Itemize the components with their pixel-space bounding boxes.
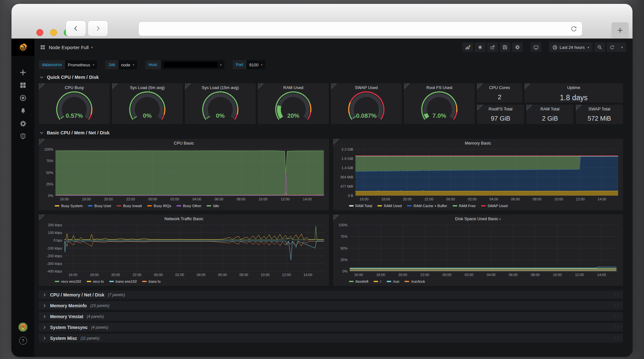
- panel-info-icon[interactable]: i: [112, 83, 118, 90]
- variable-port-select[interactable]: 9100 ▾: [246, 60, 265, 69]
- panel-info-icon[interactable]: i: [39, 83, 45, 90]
- add-panel-button[interactable]: [462, 42, 473, 52]
- legend-item[interactable]: /run/lock: [405, 280, 425, 283]
- sidebar-item-dashboards[interactable]: [16, 79, 30, 92]
- legend-item[interactable]: Busy User: [88, 204, 111, 208]
- panel-title[interactable]: CPU Cores: [477, 83, 522, 91]
- disk-space-plot[interactable]: 16:0018:0020:0022:0000:0002:0004:0006:00…: [334, 222, 622, 278]
- cycle-view-mode-button[interactable]: [531, 42, 541, 52]
- drag-handle-icon[interactable]: ⋮⋮: [613, 293, 619, 297]
- panel-title[interactable]: SWAP Total: [576, 105, 623, 113]
- panel-info-icon[interactable]: i: [333, 139, 340, 145]
- refresh-interval-dropdown[interactable]: ▾: [618, 42, 626, 52]
- row-header-quick[interactable]: Quick CPU / Mem / Disk: [40, 73, 623, 81]
- legend-item[interactable]: /boot/efi: [349, 280, 369, 283]
- reload-button[interactable]: [569, 24, 578, 33]
- network-traffic-plot[interactable]: 16:0018:0020:0022:0000:0002:0004:0006:00…: [40, 222, 328, 278]
- legend-item[interactable]: RAM Free: [453, 204, 476, 208]
- drag-handle-icon[interactable]: ⋮⋮: [613, 325, 619, 329]
- drag-handle-icon[interactable]: ⋮⋮: [613, 303, 619, 308]
- svg-text:100%: 100%: [338, 223, 347, 227]
- sidebar-item-create[interactable]: [16, 66, 30, 79]
- browser-back-button[interactable]: [66, 20, 86, 36]
- legend-item[interactable]: Busy System: [55, 204, 83, 208]
- panel-title[interactable]: Memory Basic: [333, 139, 623, 147]
- legend-item[interactable]: Busy Iowait: [117, 204, 142, 208]
- row-cpu-memory-net-disk[interactable]: CPU / Memory / Net / Disk (7 panels) ⋮⋮: [39, 290, 623, 299]
- panel-info-icon[interactable]: i: [576, 105, 582, 111]
- time-range-picker[interactable]: Last 24 hours ▾: [549, 42, 593, 52]
- variable-datasource-select[interactable]: Prometheus ▾: [65, 60, 97, 69]
- variable-job-select[interactable]: node ▾: [118, 60, 137, 69]
- panel-title[interactable]: SWAP Used: [331, 83, 402, 91]
- legend-item[interactable]: trans lo: [142, 280, 161, 283]
- svg-text:18:00: 18:00: [90, 273, 99, 277]
- svg-text:12:00: 12:00: [281, 197, 290, 201]
- panel-title[interactable]: Network Traffic Basic: [39, 214, 329, 222]
- legend-item[interactable]: recv lo: [87, 280, 104, 283]
- panel-info-icon[interactable]: i: [477, 83, 483, 90]
- panel-info-icon[interactable]: i: [477, 105, 483, 111]
- legend-item[interactable]: Busy IRQs: [147, 204, 171, 208]
- panel-title[interactable]: RAM Total: [526, 105, 574, 113]
- close-button[interactable]: [36, 29, 43, 36]
- address-bar[interactable]: [138, 21, 582, 36]
- panel-title[interactable]: Root FS Used: [404, 83, 475, 91]
- legend-item[interactable]: SWAP Used: [481, 204, 508, 208]
- legend-item[interactable]: Busy Other: [177, 204, 201, 208]
- panel-info-icon[interactable]: i: [404, 83, 410, 90]
- panel-title[interactable]: Uptime: [524, 83, 623, 91]
- refresh-button[interactable]: [607, 42, 618, 52]
- minimize-button[interactable]: [50, 29, 57, 36]
- grafana-logo[interactable]: [11, 39, 34, 56]
- row-header-basic[interactable]: Basic CPU / Mem / Net / Disk: [40, 129, 623, 137]
- drag-handle-icon[interactable]: ⋮⋮: [613, 336, 619, 340]
- dashboard-settings-button[interactable]: [512, 42, 523, 52]
- panel-info-icon[interactable]: i: [333, 214, 340, 221]
- panel-title[interactable]: Disk Space Used Basic ▾: [333, 214, 623, 222]
- row-system-misc[interactable]: System Misc (11 panels) ⋮⋮: [39, 334, 623, 342]
- user-avatar[interactable]: [18, 323, 27, 332]
- variable-host-select[interactable]: ▾: [161, 60, 224, 69]
- panel-info-icon[interactable]: i: [39, 214, 45, 221]
- legend-item[interactable]: RAM Total: [349, 204, 372, 208]
- sidebar-item-configuration[interactable]: [16, 117, 30, 130]
- zoom-out-time-button[interactable]: [594, 42, 605, 52]
- panel-info-icon[interactable]: i: [524, 83, 531, 90]
- legend-item[interactable]: RAM Used: [377, 204, 402, 208]
- panel-info-icon[interactable]: i: [185, 83, 191, 90]
- dashboard-title[interactable]: Node Exporter Full: [49, 45, 89, 50]
- panel-title[interactable]: RootFS Total: [477, 105, 524, 113]
- sidebar-item-server-admin[interactable]: [16, 130, 30, 143]
- share-button[interactable]: [487, 42, 498, 52]
- new-tab-button[interactable]: +: [611, 22, 629, 38]
- star-button[interactable]: [475, 42, 486, 52]
- panel-title[interactable]: CPU Busy: [39, 83, 110, 91]
- legend-item[interactable]: /run: [387, 280, 399, 283]
- legend-item[interactable]: Idle: [207, 204, 219, 208]
- help-button[interactable]: ?: [19, 337, 27, 345]
- drag-handle-icon[interactable]: ⋮⋮: [613, 314, 619, 318]
- memory-basic-plot[interactable]: 16:0018:0020:0022:0000:0002:0004:0006:00…: [334, 147, 622, 202]
- sidebar-item-alerting[interactable]: [16, 104, 30, 117]
- legend-item[interactable]: RAM Cache + Buffer: [407, 204, 447, 208]
- row-memory-meminfo[interactable]: Memory Meminfo (15 panels) ⋮⋮: [39, 301, 623, 310]
- panel-title[interactable]: CPU Basic: [39, 139, 329, 147]
- legend-item[interactable]: /: [374, 280, 381, 283]
- row-memory-vmstat[interactable]: Memory Vmstat (4 panels) ⋮⋮: [39, 312, 623, 321]
- svg-text:0.57%: 0.57%: [66, 112, 83, 119]
- panel-info-icon[interactable]: i: [258, 83, 264, 90]
- row-system-timesync[interactable]: System Timesync (4 panels) ⋮⋮: [39, 323, 623, 332]
- legend-item[interactable]: recv ens192: [55, 280, 81, 283]
- panel-info-icon[interactable]: i: [526, 105, 533, 111]
- panel-info-icon[interactable]: i: [39, 139, 45, 145]
- panel-title[interactable]: Sys Load (5m avg): [112, 83, 183, 91]
- panel-title[interactable]: Sys Load (15m avg): [185, 83, 256, 91]
- panel-title[interactable]: RAM Used: [258, 83, 329, 91]
- panel-info-icon[interactable]: i: [331, 83, 337, 90]
- legend-item[interactable]: trans ens192: [109, 280, 137, 283]
- cpu-basic-plot[interactable]: 16:0018:0020:0022:0000:0002:0004:0006:00…: [40, 147, 328, 202]
- browser-forward-button[interactable]: [88, 20, 108, 36]
- save-button[interactable]: [500, 42, 510, 52]
- sidebar-item-explore[interactable]: [16, 92, 30, 104]
